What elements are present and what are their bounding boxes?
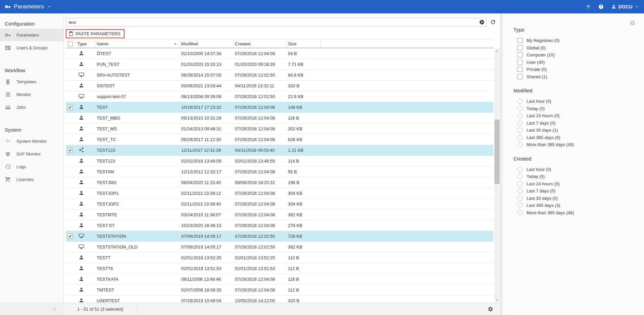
row-checkbox[interactable]: ✔ [68, 148, 73, 153]
help-icon[interactable] [598, 4, 604, 9]
scroll-down-icon[interactable] [494, 298, 500, 303]
filter-radio[interactable] [517, 121, 523, 126]
filter-radio[interactable] [517, 135, 523, 140]
table-row[interactable]: TESTJOP202/11/2013 13:39:4007/29/2016 12… [66, 199, 493, 210]
table-row[interactable]: TMTEST02/07/2008 18:08:3507/29/2016 12:0… [66, 285, 493, 296]
filter-checkbox[interactable] [517, 38, 523, 43]
cell-size: 382 KB [287, 244, 321, 250]
user-menu[interactable]: DOCU [611, 4, 639, 9]
filter-option-last-24-hours-0[interactable]: Last 24 hours (0) [517, 180, 644, 188]
table-row[interactable]: SSITEST03/09/2021 13:03:4404/11/2019 13:… [66, 81, 493, 91]
scroll-up-icon[interactable] [494, 48, 500, 54]
close-filter-panel-icon[interactable] [630, 20, 635, 26]
filter-option-last-24-hours-0[interactable]: Last 24 hours (0) [517, 112, 644, 120]
column-header-created[interactable]: Created [234, 40, 287, 48]
table-row[interactable]: TESTT02/01/2018 13:52:2502/01/2018 13:52… [66, 253, 493, 263]
filter-radio[interactable] [517, 113, 523, 118]
sidebar-item-jobs[interactable]: Jobs [0, 101, 63, 114]
sidebar-item-logs[interactable]: Logs [0, 160, 63, 173]
table-row[interactable]: TESTAM12/12/2012 12:32:1707/29/2016 12:0… [66, 167, 493, 177]
filter-radio[interactable] [517, 188, 523, 193]
filter-radio[interactable] [517, 174, 523, 179]
filter-option-last-30-days-1[interactable]: Last 30 days (1) [517, 127, 644, 134]
app-title-chevron-down-icon[interactable] [47, 4, 52, 9]
table-row[interactable]: support-test-0706/13/2008 09:39:0607/29/… [66, 91, 493, 102]
filter-option-user-40[interactable]: User (40) [517, 59, 644, 66]
refresh-icon[interactable] [490, 19, 496, 25]
column-header-size[interactable]: Size [287, 40, 321, 48]
filter-option-today-0[interactable]: Today (0) [517, 105, 644, 113]
table-row[interactable]: ✔TEST12312/11/2017 12:31:3904/11/2018 09… [66, 145, 493, 156]
collapse-sidebar-icon[interactable]: « [52, 305, 56, 313]
filter-radio[interactable] [517, 99, 523, 104]
filter-option-last-365-days-3[interactable]: Last 365 days (3) [517, 202, 644, 209]
sidebar-item-saf-monitor[interactable]: SAF Monitor [0, 147, 63, 160]
sidebar-item-templates[interactable]: Templates [0, 75, 63, 88]
filter-radio[interactable] [517, 203, 523, 208]
table-row[interactable]: TESTKATA09/11/2006 13:48:4607/29/2016 12… [66, 274, 493, 285]
filter-option-private-0[interactable]: Private (0) [517, 66, 644, 73]
sidebar-item-system-monitor[interactable]: System Monitor [0, 135, 63, 147]
table-row[interactable]: TEST12302/01/2018 13:48:5902/01/2018 13:… [66, 156, 493, 167]
filter-option-global-0[interactable]: Global (0) [517, 44, 644, 52]
sidebar-item-monitor[interactable]: Monitor [0, 88, 63, 101]
filter-checkbox[interactable] [517, 67, 523, 72]
filter-radio[interactable] [517, 106, 523, 111]
filter-option-more-than-365-days-45[interactable]: More than 365 days (45) [517, 141, 644, 148]
filter-checkbox[interactable] [517, 60, 523, 65]
filter-option-last-7-days-0[interactable]: Last 7 days (0) [517, 187, 644, 195]
filter-radio[interactable] [517, 210, 523, 215]
table-row[interactable]: TESTJOP102/11/2013 13:39:1207/29/2016 12… [66, 188, 493, 199]
row-checkbox[interactable]: ✔ [68, 105, 73, 110]
filter-checkbox[interactable] [517, 74, 523, 79]
filter-option-last-30-days-0[interactable]: Last 30 days (0) [517, 195, 644, 202]
table-row[interactable]: TESTJMA08/04/2020 11:15:4008/08/2018 18:… [66, 177, 493, 188]
table-row[interactable]: ✔TEST10/19/2017 17:23:3207/29/2016 12:04… [66, 102, 493, 113]
scrollbar-thumb[interactable] [494, 120, 500, 184]
clear-search-icon[interactable] [479, 19, 485, 25]
column-header-type[interactable]: Type [76, 40, 95, 48]
filter-checkbox[interactable] [517, 45, 523, 50]
table-row[interactable]: SRV-AUTOTEST06/26/2014 15:07:0507/29/201… [66, 70, 493, 81]
sidebar-item-licenses[interactable]: Licenses [0, 173, 63, 186]
table-row[interactable]: USERTEST07/19/2019 10:49:0410/05/2018 14… [66, 296, 493, 303]
table-row[interactable]: ÕTEST02/10/2005 14:07:3407/29/2016 12:04… [66, 48, 493, 59]
table-row[interactable]: TESTSTATION_OLD07/09/2019 14:05:1707/29/… [66, 242, 493, 253]
column-header-name[interactable]: Name [95, 40, 180, 48]
table-row[interactable]: TESTMTE03/24/2015 11:38:0707/29/2016 12:… [66, 210, 493, 220]
table-row[interactable]: ✔TESTSTATION07/09/2019 14:05:1707/29/201… [66, 231, 493, 242]
filter-option-last-365-days-6[interactable]: Last 365 days (6) [517, 134, 644, 141]
column-header-modified[interactable]: Modified [180, 40, 234, 48]
select-all-checkbox[interactable] [68, 41, 73, 46]
filter-checkbox[interactable] [517, 52, 523, 57]
filter-option-my-registries-0[interactable]: My Registries (0) [517, 37, 644, 44]
upload-icon[interactable] [586, 4, 591, 9]
table-row[interactable]: TEST_MS01/24/2013 09:46:3107/29/2016 12:… [66, 124, 493, 134]
filter-option-last-7-days-0[interactable]: Last 7 days (0) [517, 120, 644, 127]
cell-modified: 07/19/2019 10:49:04 [180, 298, 234, 303]
table-row[interactable]: TEST_MBO05/13/2015 10:31:2907/29/2016 12… [66, 113, 493, 124]
paste-parameters-button[interactable]: PASTE PARAMETERS [66, 29, 125, 38]
search-input[interactable] [66, 18, 487, 27]
filter-option-today-0[interactable]: Today (0) [517, 173, 644, 180]
main-panel: PASTE PARAMETERS TypeNameModifiedCreated… [64, 13, 500, 315]
table-row[interactable]: PUN_TEST01/20/2020 15:33:1301/20/2020 09… [66, 59, 493, 70]
filter-option-computer-10[interactable]: Computer (10) [517, 51, 644, 59]
sidebar-item-parameters[interactable]: Parameters [0, 29, 63, 41]
filter-radio[interactable] [517, 142, 523, 147]
table-row[interactable]: TESTT602/01/2018 13:51:5302/01/2018 13:5… [66, 263, 493, 274]
filter-radio[interactable] [517, 128, 523, 133]
gear-icon[interactable] [488, 306, 493, 312]
filter-radio[interactable] [517, 196, 523, 201]
table-row[interactable]: TEST_TC05/29/2017 11:12:3007/29/2016 12:… [66, 134, 493, 145]
filter-option-last-hour-0[interactable]: Last hour (0) [517, 98, 644, 105]
filter-radio[interactable] [517, 181, 523, 186]
filter-option-last-hour-0[interactable]: Last hour (0) [517, 166, 644, 173]
table-row[interactable]: TEST-ST10/23/2020 16:46:1507/29/2016 12:… [66, 220, 493, 231]
row-checkbox[interactable]: ✔ [68, 234, 73, 239]
filter-option-more-than-365-days-48[interactable]: More than 365 days (48) [517, 209, 644, 217]
filter-option-shared-1[interactable]: Shared (1) [517, 73, 644, 81]
filter-radio[interactable] [517, 167, 523, 172]
vertical-scrollbar[interactable] [494, 48, 500, 303]
sidebar-item-users-groups[interactable]: Users & Groups [0, 41, 63, 54]
